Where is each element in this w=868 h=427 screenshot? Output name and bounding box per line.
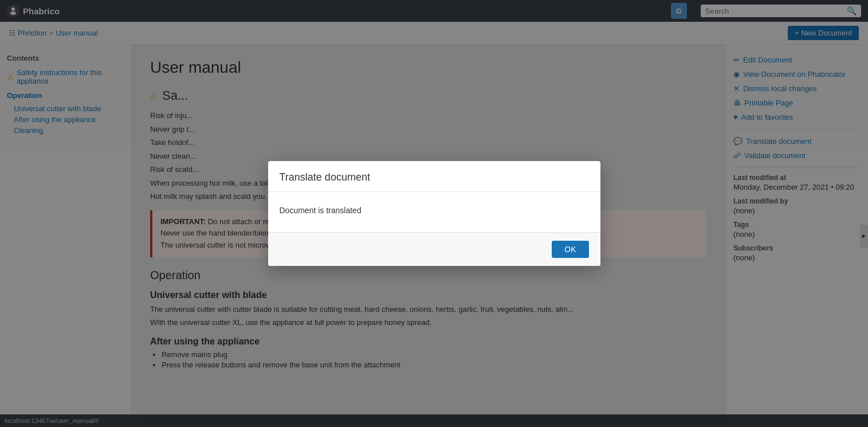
modal-footer: OK (268, 232, 600, 266)
modal-overlay: Translate document Document is translate… (0, 0, 868, 427)
modal-header: Translate document (268, 161, 600, 192)
modal-ok-button[interactable]: OK (552, 241, 588, 258)
modal-body: Document is translated (268, 192, 600, 232)
modal-title: Translate document (280, 171, 589, 183)
modal-dialog: Translate document Document is translate… (268, 161, 600, 266)
modal-message: Document is translated (280, 206, 362, 215)
